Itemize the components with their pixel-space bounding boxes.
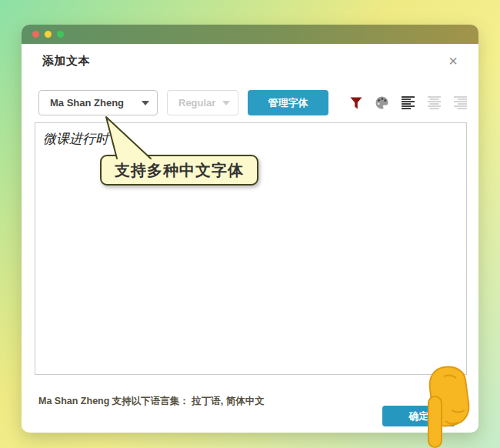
- toolbar: Ma Shan Zheng Regular 管理字体: [38, 90, 469, 115]
- add-text-dialog: 添加文本 × Ma Shan Zheng Regular 管理字体: [22, 25, 478, 433]
- palette-icon[interactable]: [375, 95, 389, 110]
- font-style-value: Regular: [178, 97, 215, 109]
- titlebar: [22, 25, 478, 44]
- close-icon[interactable]: ×: [445, 52, 462, 69]
- font-language-note: Ma Shan Zheng 支持以下语言集： 拉丁语, 简体中文: [38, 395, 265, 408]
- callout-bubble: 支持多种中文字体: [100, 155, 258, 186]
- font-family-select[interactable]: Ma Shan Zheng: [38, 90, 158, 115]
- traffic-light-close[interactable]: [32, 31, 39, 38]
- confirm-button[interactable]: 确定: [382, 406, 455, 426]
- align-left-icon[interactable]: [401, 95, 415, 110]
- align-center-icon[interactable]: [427, 95, 442, 110]
- traffic-light-zoom[interactable]: [57, 31, 64, 38]
- font-style-select[interactable]: Regular: [167, 90, 238, 115]
- chevron-down-icon: [222, 101, 230, 105]
- dialog-title: 添加文本: [42, 54, 90, 69]
- align-right-icon[interactable]: [453, 95, 468, 110]
- manage-fonts-button[interactable]: 管理字体: [248, 90, 328, 115]
- filter-icon[interactable]: [348, 95, 363, 110]
- traffic-light-minimize[interactable]: [45, 31, 52, 38]
- toolbar-icons: [348, 95, 468, 110]
- chevron-down-icon: [142, 101, 149, 105]
- font-family-value: Ma Shan Zheng: [50, 97, 124, 109]
